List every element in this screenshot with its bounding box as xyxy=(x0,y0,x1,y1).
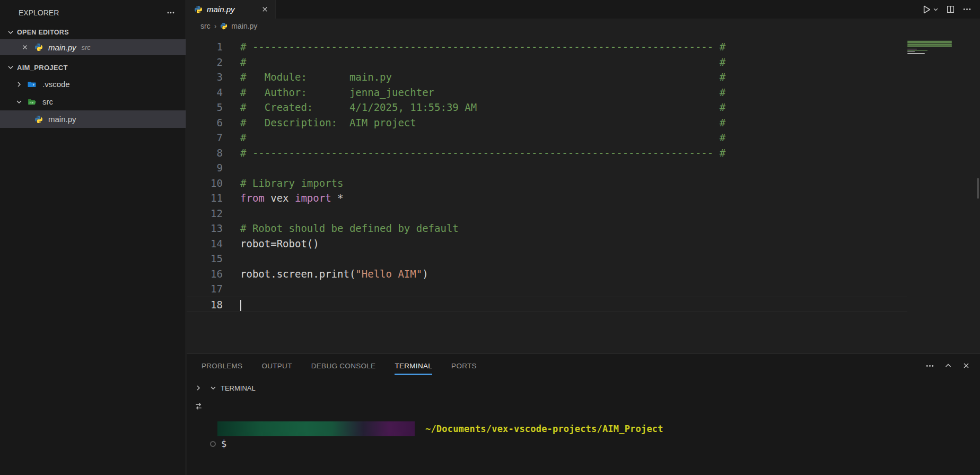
breadcrumb-file[interactable]: main.py xyxy=(231,22,257,30)
breadcrumb: src › main.py xyxy=(187,19,980,33)
python-icon xyxy=(34,43,43,51)
panel-maximize-icon[interactable] xyxy=(944,361,952,370)
terminal-viewport[interactable]: ~/Documents/vex-vscode-projects/AIM_Proj… xyxy=(210,413,980,475)
chevron-down-icon xyxy=(6,28,15,37)
open-editors-label: OPEN EDITORS xyxy=(17,29,69,36)
editor-tabbar: main.py xyxy=(187,0,980,19)
code-line-11[interactable]: 11from vex import * xyxy=(187,191,907,206)
scrollbar-thumb[interactable] xyxy=(977,178,979,198)
code-line-4[interactable]: 4# Author: jenna_juechter # xyxy=(187,85,907,100)
tab-close-icon[interactable] xyxy=(261,5,269,13)
tree-item-vscode[interactable]: .vscode xyxy=(0,75,186,93)
python-icon xyxy=(220,22,228,30)
python-icon xyxy=(194,5,203,14)
panel-more-actions-icon[interactable] xyxy=(925,361,934,370)
open-editor-folder: src xyxy=(82,44,91,51)
project-name-label: AIM_PROJECT xyxy=(17,64,68,72)
minimap-content xyxy=(907,40,952,56)
open-editor-filename: main.py xyxy=(48,43,76,52)
chevron-down-icon xyxy=(15,98,23,106)
code-line-10[interactable]: 10# Library imports xyxy=(187,176,907,191)
panel-tabs: PROBLEMS OUTPUT DEBUG CONSOLE TERMINAL P… xyxy=(187,354,863,377)
tab-terminal[interactable]: TERMINAL xyxy=(395,362,432,370)
terminal-cwd-path: ~/Documents/vex-vscode-projects/AIM_Proj… xyxy=(425,424,663,434)
terminal-prompt-symbol: $ xyxy=(221,438,226,449)
code-line-18[interactable]: 18 xyxy=(187,297,907,312)
editor-more-actions-icon[interactable] xyxy=(962,5,972,14)
vex-banner-image xyxy=(217,421,415,436)
tab-problems[interactable]: PROBLEMS xyxy=(202,362,242,370)
split-editor-icon[interactable] xyxy=(946,5,955,14)
code-line-12[interactable]: 12 xyxy=(187,206,907,221)
editor-actions xyxy=(921,0,980,19)
tree-item-src[interactable]: src xyxy=(0,93,186,110)
text-cursor xyxy=(240,300,241,311)
code-lines: 1# -------------------------------------… xyxy=(187,39,980,312)
tab-output[interactable]: OUTPUT xyxy=(261,362,292,370)
explorer-title: EXPLORER xyxy=(19,8,59,17)
panel-close-icon[interactable] xyxy=(962,361,970,370)
open-editor-item-mainpy[interactable]: main.py src xyxy=(0,39,186,55)
close-editor-icon[interactable] xyxy=(21,44,29,51)
project-section-header[interactable]: AIM_PROJECT xyxy=(0,59,186,75)
code-line-14[interactable]: 14robot=Robot() xyxy=(187,236,907,252)
code-editor[interactable]: 1# -------------------------------------… xyxy=(187,33,980,353)
tab-ports[interactable]: PORTS xyxy=(451,362,477,370)
chevron-down-icon xyxy=(6,63,15,72)
explorer-header: EXPLORER xyxy=(0,0,186,25)
code-line-8[interactable]: 8# -------------------------------------… xyxy=(187,145,907,161)
run-python-file-button[interactable] xyxy=(921,4,939,15)
tree-item-label: src xyxy=(42,97,53,106)
code-line-1[interactable]: 1# -------------------------------------… xyxy=(187,39,907,55)
code-line-6[interactable]: 6# Description: AIM project # xyxy=(187,115,907,131)
terminal-section-label: TERMINAL xyxy=(221,384,256,392)
breadcrumb-folder[interactable]: src xyxy=(200,22,211,30)
tab-debug-console[interactable]: DEBUG CONSOLE xyxy=(311,362,376,370)
terminal-arrow-swap-icon[interactable] xyxy=(194,402,203,411)
editor-area: main.py src › xyxy=(187,0,980,353)
code-line-9[interactable]: 9 xyxy=(187,160,907,176)
chevron-right-icon xyxy=(194,384,203,392)
vscode-window: EXPLORER OPEN EDITORS main.py src xyxy=(0,0,980,475)
vscode-folder-icon xyxy=(28,80,36,89)
minimap[interactable] xyxy=(907,40,952,56)
command-decoration-circle-icon[interactable] xyxy=(210,441,216,447)
tree-item-label: main.py xyxy=(48,115,76,124)
code-line-13[interactable]: 13# Robot should be defined by default xyxy=(187,221,907,236)
terminal-banner-row: ~/Documents/vex-vscode-projects/AIM_Proj… xyxy=(210,421,980,436)
chevron-right-icon xyxy=(15,80,23,89)
tree-item-mainpy[interactable]: main.py xyxy=(0,110,186,128)
tab-mainpy[interactable]: main.py xyxy=(187,0,276,19)
open-editors-section-header[interactable]: OPEN EDITORS xyxy=(0,25,186,39)
code-line-2[interactable]: 2# # xyxy=(187,55,907,70)
explorer-sidebar: EXPLORER OPEN EDITORS main.py src xyxy=(0,0,186,475)
python-icon xyxy=(34,115,43,124)
terminal-section-header[interactable]: TERMINAL xyxy=(194,382,256,394)
code-line-5[interactable]: 5# Created: 4/1/2025, 11:55:39 AM # xyxy=(187,100,907,115)
panel-actions xyxy=(925,354,970,377)
code-line-15[interactable]: 15 xyxy=(187,251,907,266)
chevron-down-icon xyxy=(933,6,939,12)
explorer-more-actions-icon[interactable] xyxy=(167,8,175,17)
bottom-panel: PROBLEMS OUTPUT DEBUG CONSOLE TERMINAL P… xyxy=(187,353,980,475)
code-line-17[interactable]: 17 xyxy=(187,281,907,297)
tab-label: main.py xyxy=(207,5,261,14)
terminal-prompt-row: $ xyxy=(210,437,980,450)
src-folder-open-icon xyxy=(28,98,36,106)
chevron-down-icon xyxy=(209,384,217,392)
code-line-16[interactable]: 16robot.screen.print("Hello AIM") xyxy=(187,266,907,282)
breadcrumb-separator: › xyxy=(214,22,217,30)
code-line-7[interactable]: 7# # xyxy=(187,130,907,145)
tree-item-label: .vscode xyxy=(42,80,70,89)
code-line-3[interactable]: 3# Module: main.py # xyxy=(187,70,907,85)
